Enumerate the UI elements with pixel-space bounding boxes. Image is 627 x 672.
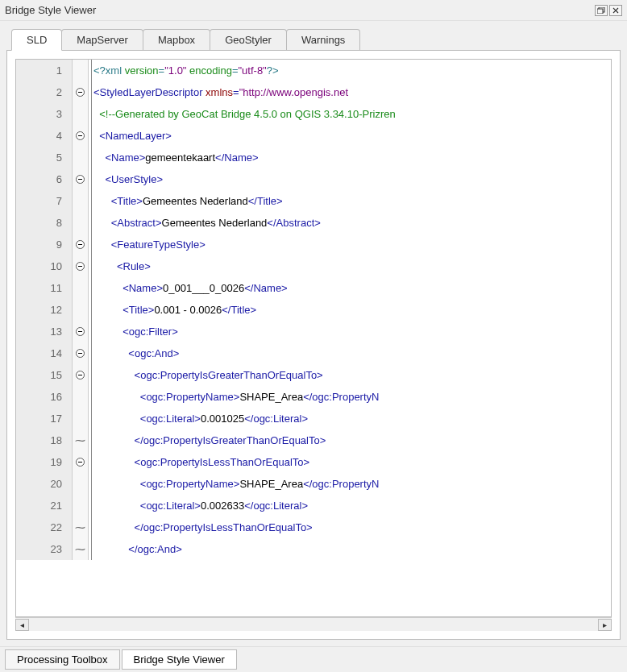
code-line[interactable]: 14 <ogc:And> — [16, 342, 611, 364]
scroll-left-icon[interactable]: ◂ — [15, 619, 29, 631]
fold-collapse-icon[interactable] — [76, 327, 85, 336]
code-editor[interactable]: 1<?xml version="1.0" encoding="utf-8"?>2… — [15, 59, 612, 617]
code-line[interactable]: 20 <ogc:PropertyName>SHAPE_Area</ogc:Pro… — [16, 473, 611, 495]
code-line[interactable]: 22⁓ </ogc:PropertyIsLessThanOrEqualTo> — [16, 516, 611, 538]
code-content[interactable]: <ogc:Filter> — [92, 321, 611, 342]
bottom-tab-processing-toolbox[interactable]: Processing Toolbox — [5, 649, 120, 670]
main-area: SLDMapServerMapboxGeoStylerWarnings 1<?x… — [0, 21, 627, 646]
line-number: 12 — [16, 299, 73, 321]
fold-gutter[interactable] — [73, 234, 89, 255]
code-line[interactable]: 16 <ogc:PropertyName>SHAPE_Area</ogc:Pro… — [16, 386, 611, 408]
code-token: </Name> — [215, 151, 258, 164]
code-content[interactable]: <Title>Gemeentes Nederland</Title> — [92, 190, 611, 212]
bottom-tab-bridge-style-viewer[interactable]: Bridge Style Viewer — [122, 649, 237, 670]
code-content[interactable]: <!--Generated by GeoCat Bridge 4.5.0 on … — [92, 103, 611, 125]
code-content[interactable]: <ogc:PropertyIsLessThanOrEqualTo> — [92, 451, 611, 473]
code-line[interactable]: 5 <Name>gemeentekaart</Name> — [16, 147, 611, 168]
tab-mapserver[interactable]: MapServer — [61, 29, 143, 50]
horizontal-scrollbar[interactable]: ◂ ▸ — [15, 617, 612, 631]
fold-collapse-icon[interactable] — [76, 371, 85, 380]
code-content[interactable]: <StyledLayerDescriptor xmlns="http://www… — [92, 81, 611, 103]
fold-collapse-icon[interactable] — [76, 240, 85, 249]
code-line[interactable]: 21 <ogc:Literal>0.002633</ogc:Literal> — [16, 495, 611, 516]
fold-gutter[interactable] — [73, 125, 89, 147]
code-line[interactable]: 8 <Abstract>Gemeentes Nederland</Abstrac… — [16, 212, 611, 234]
code-content[interactable]: <Name>0_001___0_0026</Name> — [92, 277, 611, 299]
code-content[interactable]: <ogc:And> — [92, 342, 611, 364]
fold-gutter[interactable] — [73, 255, 89, 277]
line-number: 5 — [16, 147, 73, 168]
code-content[interactable]: <Name>gemeentekaart</Name> — [92, 147, 611, 168]
tab-geostyler[interactable]: GeoStyler — [210, 29, 287, 50]
scroll-track[interactable] — [29, 619, 598, 631]
code-line[interactable]: 15 <ogc:PropertyIsGreaterThanOrEqualTo> — [16, 364, 611, 386]
code-line[interactable]: 4 <NamedLayer> — [16, 125, 611, 147]
code-token: <Name> — [122, 282, 163, 294]
code-token: </ogc:PropertyN — [303, 478, 379, 490]
code-content[interactable]: </ogc:And> — [92, 538, 611, 560]
titlebar-buttons — [595, 5, 622, 16]
code-content[interactable]: <UserStyle> — [92, 168, 611, 190]
code-line[interactable]: 10 <Rule> — [16, 255, 611, 277]
line-number: 4 — [16, 125, 73, 147]
tab-mapbox[interactable]: Mapbox — [143, 29, 210, 50]
fold-gutter[interactable] — [73, 81, 89, 103]
code-token: 0_001___0_0026 — [163, 282, 244, 294]
code-line[interactable]: 18⁓ </ogc:PropertyIsGreaterThanOrEqualTo… — [16, 429, 611, 451]
code-line[interactable]: 1<?xml version="1.0" encoding="utf-8"?> — [16, 60, 611, 81]
fold-gutter — [73, 408, 89, 429]
code-token: gemeentekaart — [145, 151, 215, 164]
fold-gutter — [73, 277, 89, 299]
tab-sld[interactable]: SLD — [11, 29, 62, 51]
code-line[interactable]: 12 <Title>0.001 - 0.0026</Title> — [16, 299, 611, 321]
code-line[interactable]: 2<StyledLayerDescriptor xmlns="http://ww… — [16, 81, 611, 103]
code-line[interactable]: 17 <ogc:Literal>0.001025</ogc:Literal> — [16, 408, 611, 429]
code-content[interactable]: <ogc:Literal>0.002633</ogc:Literal> — [92, 495, 611, 516]
code-line[interactable]: 3 <!--Generated by GeoCat Bridge 4.5.0 o… — [16, 103, 611, 125]
code-content[interactable]: <ogc:PropertyName>SHAPE_Area</ogc:Proper… — [92, 473, 611, 495]
code-content[interactable]: <ogc:PropertyIsGreaterThanOrEqualTo> — [92, 364, 611, 386]
fold-gutter[interactable] — [73, 168, 89, 190]
code-content[interactable]: <Rule> — [92, 255, 611, 277]
fold-gutter[interactable] — [73, 342, 89, 364]
fold-collapse-icon[interactable] — [76, 349, 85, 358]
code-content[interactable]: </ogc:PropertyIsGreaterThanOrEqualTo> — [92, 429, 611, 451]
code-content[interactable]: <NamedLayer> — [92, 125, 611, 147]
code-line[interactable]: 19 <ogc:PropertyIsLessThanOrEqualTo> — [16, 451, 611, 473]
fold-collapse-icon[interactable] — [76, 458, 85, 467]
tab-panel-sld: 1<?xml version="1.0" encoding="utf-8"?>2… — [6, 50, 621, 640]
code-content[interactable]: <Title>0.001 - 0.0026</Title> — [92, 299, 611, 321]
restore-icon[interactable] — [595, 5, 608, 16]
code-line[interactable]: 6 <UserStyle> — [16, 168, 611, 190]
code-token: <ogc:Literal> — [140, 500, 201, 512]
code-line[interactable]: 11 <Name>0_001___0_0026</Name> — [16, 277, 611, 299]
fold-collapse-icon[interactable] — [76, 262, 85, 271]
fold-gutter[interactable] — [73, 364, 89, 386]
code-content[interactable]: <ogc:Literal>0.001025</ogc:Literal> — [92, 408, 611, 429]
code-token: 0.001 - 0.0026 — [154, 304, 222, 316]
fold-gutter[interactable] — [73, 321, 89, 342]
fold-collapse-icon[interactable] — [76, 88, 85, 97]
code-token: </ogc:And> — [128, 543, 182, 555]
code-content[interactable]: <FeatureTypeStyle> — [92, 234, 611, 255]
code-line[interactable]: 7 <Title>Gemeentes Nederland</Title> — [16, 190, 611, 212]
tab-warnings[interactable]: Warnings — [286, 29, 360, 50]
code-content[interactable]: </ogc:PropertyIsLessThanOrEqualTo> — [92, 516, 611, 538]
code-token: "utf-8" — [238, 64, 266, 77]
line-number: 14 — [16, 342, 73, 364]
code-line[interactable]: 23⁓ </ogc:And> — [16, 538, 611, 560]
code-line[interactable]: 13 <ogc:Filter> — [16, 321, 611, 342]
code-content[interactable]: <ogc:PropertyName>SHAPE_Area</ogc:Proper… — [92, 386, 611, 408]
fold-gutter[interactable] — [73, 451, 89, 473]
code-content[interactable]: <Abstract>Gemeentes Nederland</Abstract> — [92, 212, 611, 234]
code-content[interactable]: <?xml version="1.0" encoding="utf-8"?> — [92, 60, 611, 81]
code-line[interactable]: 9 <FeatureTypeStyle> — [16, 234, 611, 255]
fold-collapse-icon[interactable] — [76, 131, 85, 140]
fold-gutter — [73, 190, 89, 212]
bottom-tab-row: Processing ToolboxBridge Style Viewer — [0, 646, 627, 672]
fold-gutter: ⁓ — [73, 516, 89, 538]
scroll-right-icon[interactable]: ▸ — [598, 619, 612, 631]
fold-collapse-icon[interactable] — [76, 175, 85, 184]
code-token: <StyledLayerDescriptor — [93, 86, 206, 98]
close-icon[interactable] — [609, 5, 622, 16]
